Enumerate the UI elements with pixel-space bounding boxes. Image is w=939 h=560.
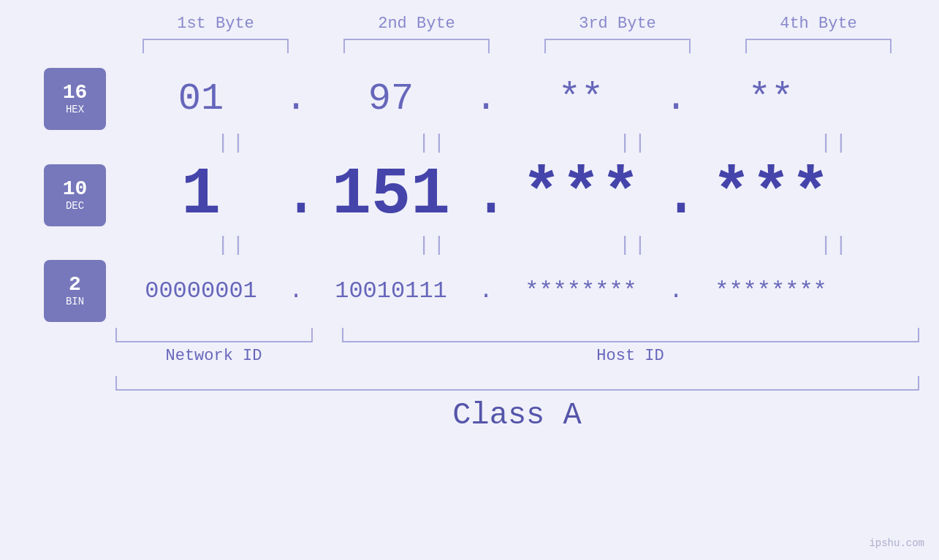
hex-b4-slot: ** xyxy=(691,77,851,120)
hex-b1: 01 xyxy=(178,77,224,120)
hex-b3-slot: ** xyxy=(501,77,661,120)
hex-b3: ** xyxy=(558,77,604,120)
bin-b3: ******** xyxy=(525,277,637,304)
hex-badge: 16 HEX xyxy=(44,68,106,130)
bin-b4: ******** xyxy=(715,277,827,304)
bracket-b3 xyxy=(544,39,691,53)
host-id-label: Host ID xyxy=(342,347,919,365)
bracket-b2 xyxy=(343,39,490,53)
class-label: Class A xyxy=(115,398,919,433)
eq2-b1: || xyxy=(152,234,313,256)
watermark: ipshu.com xyxy=(869,537,924,549)
dec-b1-slot: 1 xyxy=(121,158,281,232)
byte2-header: 2nd Byte xyxy=(336,15,497,33)
dec-row: 10 DEC 1 . 151 . *** . *** xyxy=(0,158,939,232)
dec-b3-slot: *** xyxy=(501,158,661,232)
bin-b3-slot: ******** xyxy=(501,277,661,304)
dec-b1: 1 xyxy=(181,158,221,232)
bottom-brackets-row xyxy=(115,328,919,342)
equals-row-2: || || || || xyxy=(132,234,935,256)
network-id-label: Network ID xyxy=(115,347,313,365)
eq2-b3: || xyxy=(554,234,715,256)
dec-b4-slot: *** xyxy=(691,158,851,232)
dec-b3: *** xyxy=(522,158,640,232)
dec-dot1: . xyxy=(281,158,311,232)
eq1-b1: || xyxy=(152,131,313,154)
top-brackets xyxy=(115,39,919,53)
bin-badge: 2 BIN xyxy=(44,260,106,322)
bin-row: 2 BIN 00000001 . 10010111 . ******** . xyxy=(0,260,939,322)
id-labels-row: Network ID Host ID xyxy=(115,347,919,365)
byte1-header: 1st Byte xyxy=(135,15,296,33)
bin-b4-slot: ******** xyxy=(691,277,851,304)
dec-dot2: . xyxy=(471,158,501,232)
class-bracket xyxy=(115,376,919,391)
eq2-b2: || xyxy=(353,234,514,256)
bracket-b1 xyxy=(142,39,289,53)
hex-b2-slot: 97 xyxy=(311,77,471,120)
dec-dot3: . xyxy=(661,158,691,232)
hex-values: 01 . 97 . ** . ** xyxy=(121,77,939,120)
hex-b4: ** xyxy=(748,77,794,120)
hex-dot1: . xyxy=(281,77,311,120)
eq2-b4: || xyxy=(755,234,916,256)
hex-b2: 97 xyxy=(368,77,414,120)
eq1-b3: || xyxy=(554,131,715,154)
bin-dot1: . xyxy=(281,277,311,304)
dec-b2-slot: 151 xyxy=(311,158,471,232)
bin-b1: 00000001 xyxy=(145,277,257,304)
dec-b4: *** xyxy=(712,158,830,232)
hex-badge-label: HEX xyxy=(66,104,84,115)
bin-dot3: . xyxy=(661,277,691,304)
main-container: 1st Byte 2nd Byte 3rd Byte 4th Byte 16 H… xyxy=(0,0,939,560)
dec-b2: 151 xyxy=(332,158,450,232)
bin-b2: 10010111 xyxy=(335,277,447,304)
bin-badge-label: BIN xyxy=(66,296,84,307)
host-bracket xyxy=(342,328,919,342)
bin-b2-slot: 10010111 xyxy=(311,277,471,304)
hex-dot3: . xyxy=(661,77,691,120)
bin-b1-slot: 00000001 xyxy=(121,277,281,304)
hex-dot2: . xyxy=(471,77,501,120)
eq1-b4: || xyxy=(755,131,916,154)
hex-badge-num: 16 xyxy=(63,82,88,104)
byte3-header: 3rd Byte xyxy=(537,15,698,33)
hex-b1-slot: 01 xyxy=(121,77,281,120)
byte4-header: 4th Byte xyxy=(738,15,899,33)
bin-badge-num: 2 xyxy=(69,274,81,296)
dec-badge-label: DEC xyxy=(66,201,84,212)
dec-badge-num: 10 xyxy=(63,178,88,201)
eq1-b2: || xyxy=(353,131,514,154)
bin-dot2: . xyxy=(471,277,501,304)
network-bracket xyxy=(115,328,313,342)
dec-badge: 10 DEC xyxy=(44,164,106,226)
byte-headers-row: 1st Byte 2nd Byte 3rd Byte 4th Byte xyxy=(115,15,919,33)
bin-values: 00000001 . 10010111 . ******** . *******… xyxy=(121,277,939,304)
bracket-b4 xyxy=(745,39,892,53)
hex-row: 16 HEX 01 . 97 . ** . ** xyxy=(0,68,939,130)
dec-values: 1 . 151 . *** . *** xyxy=(121,158,939,232)
equals-row-1: || || || || xyxy=(132,131,935,154)
